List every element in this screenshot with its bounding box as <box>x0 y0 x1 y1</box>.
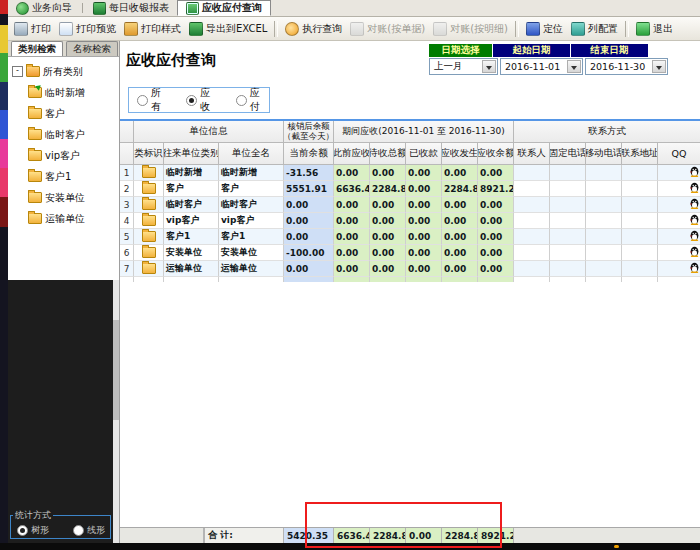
退出-button[interactable]: 退出 <box>632 20 677 38</box>
qq-icon[interactable] <box>690 198 699 211</box>
column-header-已收款[interactable]: 已收款 <box>406 143 442 165</box>
toolbar-separator <box>274 21 278 37</box>
cell-contact <box>514 229 550 245</box>
cell-unit-name: 临时客户 <box>219 197 284 213</box>
radio-selected-icon[interactable] <box>17 525 28 536</box>
sidebar-tab-类别检索[interactable]: 类别检索 <box>11 41 63 56</box>
定位-button[interactable]: 定位 <box>522 20 567 38</box>
cell-pending: 0.00 <box>370 261 406 277</box>
column-header-联系地址[interactable]: 联系地址 <box>622 143 658 165</box>
column-header-当前余额[interactable]: 当前余额 <box>284 143 334 165</box>
end-date-select[interactable]: 2016-11-30 <box>585 58 668 75</box>
date-preset-select[interactable]: 上一月 <box>429 58 498 75</box>
dock-color-block[interactable] <box>0 110 8 139</box>
列配置-button[interactable]: 列配置 <box>567 20 622 38</box>
导出到EXCEL-button[interactable]: 导出到EXCEL <box>185 20 271 38</box>
dock-color-block[interactable] <box>0 25 8 53</box>
table-row[interactable]: 7运输单位运输单位0.000.000.000.000.000.00 <box>120 261 700 277</box>
column-header-此前应收[interactable]: 此前应收 <box>334 143 370 165</box>
table-row[interactable]: 5客户1客户10.000.000.000.000.000.00 <box>120 229 700 245</box>
sidebar-scrollbar[interactable] <box>113 280 119 543</box>
table-row[interactable]: 4vip客户vip客户0.000.000.000.000.000.00 <box>120 213 700 229</box>
group-header-writeoff-balance: 核销后余额（截至今天） <box>284 121 334 143</box>
sidebar-tab-名称检索[interactable]: 名称检索 <box>66 41 118 56</box>
radio-selected-icon[interactable] <box>186 95 197 106</box>
column-header-应收余额[interactable]: 应收余额 <box>478 143 514 165</box>
column-header-待收总额[interactable]: 待收总额 <box>370 143 406 165</box>
cell-contact <box>622 165 658 181</box>
tree-root-label: 所有类别 <box>43 65 83 79</box>
chevron-down-icon[interactable] <box>482 60 496 73</box>
tree-item[interactable]: vip客户 <box>8 145 119 166</box>
column-header-应收发生[interactable]: 应收发生 <box>442 143 478 165</box>
打印样式-button[interactable]: 打印样式 <box>120 20 185 38</box>
chevron-down-icon[interactable] <box>567 60 581 73</box>
table-row[interactable]: 6安装单位安装单位-100.000.000.000.000.000.00 <box>120 245 700 261</box>
cell-pending: 0.00 <box>370 213 406 229</box>
tree-item-label: 客户1 <box>45 170 71 184</box>
tree-expander-icon[interactable]: - <box>12 66 23 77</box>
tree-root[interactable]: -所有类别 <box>8 61 119 82</box>
stats-option[interactable]: 线形 <box>73 524 105 537</box>
stats-option[interactable]: 树形 <box>17 524 49 537</box>
cell-qq <box>658 181 700 197</box>
dock-color-block[interactable] <box>0 168 8 197</box>
cell-category: vip客户 <box>164 213 219 229</box>
tab-业务向导[interactable]: 业务向导 <box>8 0 80 16</box>
cell-contact <box>586 245 622 261</box>
cell-category: 运输单位 <box>164 261 219 277</box>
scope-option-所有[interactable]: 所有 <box>137 86 170 114</box>
tree-item[interactable]: 安装单位 <box>8 187 119 208</box>
scope-option-应付[interactable]: 应付 <box>236 86 269 114</box>
column-header-联系人[interactable]: 联系人 <box>514 143 550 165</box>
tree-item[interactable]: 临时新增 <box>8 82 119 103</box>
qq-icon[interactable] <box>690 246 699 259</box>
grid-stub-cell <box>370 277 406 282</box>
column-header-移动电话[interactable]: 移动电话 <box>586 143 622 165</box>
folder-icon <box>28 213 42 224</box>
tree-item[interactable]: 运输单位 <box>8 208 119 229</box>
table-row[interactable]: 3临时客户临时客户0.000.000.000.000.000.00 <box>120 197 700 213</box>
tab-每日收银报表[interactable]: 每日收银报表 <box>85 0 177 16</box>
cell-category: 客户 <box>164 181 219 197</box>
dock-color-block[interactable] <box>0 0 8 14</box>
qq-icon[interactable] <box>690 262 699 275</box>
dock-strip <box>0 0 8 550</box>
dock-color-block[interactable] <box>0 82 8 110</box>
column-header-单位全名[interactable]: 单位全名 <box>219 143 284 165</box>
column-header-QQ[interactable]: QQ <box>658 143 700 165</box>
tree-item[interactable]: 临时客户 <box>8 124 119 145</box>
cell-contact <box>586 165 622 181</box>
qq-icon[interactable] <box>690 230 699 243</box>
cell-qq <box>658 245 700 261</box>
table-row[interactable]: 2客户客户5551.916636.472284.800.002284.80892… <box>120 181 700 197</box>
column-header-固定电话[interactable]: 固定电话 <box>550 143 586 165</box>
qq-icon[interactable] <box>690 214 699 227</box>
start-date-select[interactable]: 2016-11-01 <box>500 58 583 75</box>
radio-icon[interactable] <box>73 525 84 536</box>
cell-contact <box>514 261 550 277</box>
print-icon <box>14 22 28 36</box>
tab-应收应付查询[interactable]: 应收应付查询 <box>177 0 271 16</box>
bottom-bar <box>0 543 700 550</box>
cell-pending: 0.00 <box>370 165 406 181</box>
dock-color-block[interactable] <box>0 197 8 227</box>
dock-color-block[interactable] <box>0 139 8 168</box>
column-header-类标识[interactable]: 类标识 <box>134 143 164 165</box>
tree-item[interactable]: 客户1 <box>8 166 119 187</box>
grid-stub-cell <box>284 277 334 282</box>
qq-icon[interactable] <box>690 182 699 195</box>
tree-item[interactable]: 客户 <box>8 103 119 124</box>
radio-icon[interactable] <box>236 95 247 106</box>
qq-icon[interactable] <box>690 166 699 179</box>
column-header-往来单位类别[interactable]: 往来单位类别 <box>164 143 219 165</box>
打印-button[interactable]: 打印 <box>10 20 55 38</box>
执行查询-button[interactable]: 执行查询 <box>281 20 346 38</box>
dock-color-block[interactable] <box>0 53 8 82</box>
打印预览-button[interactable]: 打印预览 <box>55 20 120 38</box>
radio-icon[interactable] <box>137 95 148 106</box>
scope-option-应收[interactable]: 应收 <box>186 86 219 114</box>
scrollbar-thumb[interactable] <box>113 320 119 420</box>
table-row[interactable]: 1临时新增临时新增-31.560.000.000.000.000.00 <box>120 165 700 181</box>
chevron-down-icon[interactable] <box>652 60 666 73</box>
